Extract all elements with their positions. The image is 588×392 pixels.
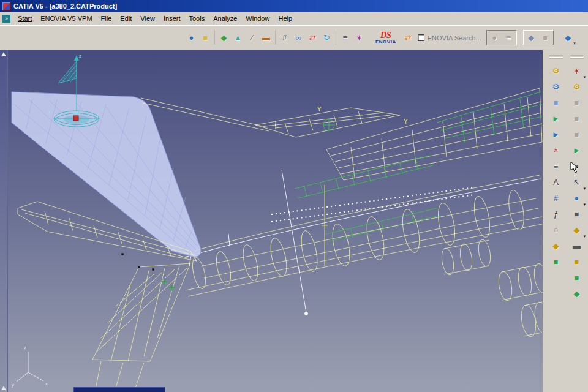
menu-item-analyze[interactable]: Analyze [209,13,241,24]
camera-view-icon[interactable]: ●▾ [568,190,585,206]
3d-scene[interactable]: Y Y [8,50,543,392]
search-scope-glyph: ○ [554,226,559,234]
send-green-icon[interactable]: ► [568,142,585,158]
matrix-grid-icon[interactable]: ≡ [338,31,352,45]
toolbar-gripper[interactable] [549,54,563,60]
save-disk-icon[interactable]: ◆ [568,285,585,301]
product-node-icon[interactable]: ■ [548,254,564,270]
menu-item-insert[interactable]: Insert [159,13,185,24]
enovia-search-field[interactable]: ENOVIA Search... [428,34,481,42]
engine-nacelles [440,239,543,338]
knowledge-gear-icon[interactable]: ⚙ [548,78,564,94]
select-pointer-icon[interactable]: ↖▾ [568,174,585,190]
measure-box-icon[interactable]: ■ [198,31,213,45]
enovia-search-go-icon[interactable]: ● [488,31,502,45]
scroll-up-bottom-icon[interactable] [1,386,6,390]
scroll-up-icon[interactable] [1,52,6,56]
folder-a-glyph: ■ [575,99,579,107]
near-wing-shaded [12,92,201,257]
enovia-search-go-glyph: ● [492,34,497,42]
section-slash-icon[interactable]: ∕ [245,31,259,45]
title-bar[interactable]: CATIA V5 - [a380_2.CATProduct] [0,0,588,12]
menu-item-enovia-v5-vpm[interactable]: ENOVIA V5 VPM [36,13,96,24]
folder-b-icon[interactable]: ■ [568,110,585,126]
annotation-pen-glyph: ▬ [262,34,270,42]
snapshot-icon[interactable]: ■ [568,206,585,222]
active-workbench-slot: ◆▾ [561,31,575,45]
mailbox-icon[interactable]: ■ [568,254,585,270]
compass-handle[interactable] [74,116,78,121]
axis-marker-y1: Y [317,106,322,113]
fuselage-highlights [184,121,541,315]
menu-item-edit[interactable]: Edit [116,13,136,24]
mailbox-glyph: ■ [575,258,579,266]
menu-item-help[interactable]: Help [274,13,296,24]
measure-inertia-icon[interactable]: ▲ [231,31,245,45]
menu-item-view[interactable]: View [136,13,159,24]
options-star-icon[interactable]: ∗ [352,31,366,45]
main-area: Y Y [0,50,588,392]
annotation-pen-icon[interactable]: ▬ [259,31,273,45]
compass-x-label: x [101,107,104,113]
design-table-icon[interactable]: # [277,31,292,45]
swap-exchange-glyph: ⇄ [309,34,316,42]
3d-viewport[interactable]: Y Y [8,50,543,392]
vpm-session-icon[interactable]: ∗▾ [568,62,585,78]
folder-a-icon[interactable]: ■ [568,94,585,110]
link-manager-glyph: ∞ [296,34,301,42]
data-workbench-glyph: ■ [543,34,548,42]
toolbar-group: ●■ [183,31,214,45]
enovia-search-options-icon[interactable]: ≡ [502,31,516,45]
spreadsheet-icon[interactable]: # [548,190,564,206]
edit-list-icon[interactable]: ≡ [548,158,564,174]
snapshot-glyph: ■ [575,210,579,218]
formula-icon[interactable]: ƒ [548,206,564,222]
camera-view-glyph: ● [575,194,579,202]
menu-item-tools[interactable]: Tools [184,13,209,24]
search-scope-icon[interactable]: ○ [548,222,564,238]
folder-c-icon[interactable]: ■ [568,126,585,142]
update-all-icon[interactable]: ⚙ [548,62,564,78]
binoculars-icon[interactable]: ● [568,158,585,174]
triad-z-label: z [24,345,26,350]
menu-item-window[interactable]: Window [241,13,274,24]
gear-tools-icon[interactable]: ⚙ [568,78,585,94]
measure-inertia-glyph: ▲ [234,34,242,42]
link-manager-icon[interactable]: ∞ [292,31,306,45]
new-window-glyph: ■ [554,99,559,107]
menu-item-start[interactable]: Start [13,13,36,24]
options-star-glyph: ∗ [356,34,363,42]
text-note-icon[interactable]: A [548,174,564,190]
compass-z-label: z [79,53,81,59]
formula-glyph: ƒ [554,210,558,218]
document-icon[interactable]: » [2,15,10,23]
tree-scroll-strip[interactable] [0,50,8,392]
export-cube-icon[interactable]: ■ [568,270,585,285]
section-slash-glyph: ∕ [251,34,252,42]
measure-between-icon[interactable]: ◆ [217,31,231,45]
light-mode-icon[interactable]: ◆▾ [568,222,585,238]
disconnect-glyph: × [554,146,559,154]
docked-panel-edge[interactable] [74,387,165,392]
printer-icon[interactable]: ▬ [568,238,585,254]
import-data-icon[interactable]: ► [548,126,564,142]
measure-box-glyph: ■ [203,34,208,42]
enovia-search-checkbox[interactable] [418,34,424,41]
update-refresh-icon[interactable]: ↻ [320,31,334,45]
toolbar-gripper[interactable] [570,54,584,60]
paint-mode-icon[interactable]: ◆ [548,238,564,254]
disconnect-icon[interactable]: × [548,142,564,158]
menu-item-file[interactable]: File [97,13,116,24]
active-workbench-icon[interactable]: ◆▾ [561,31,575,45]
new-window-icon[interactable]: ■ [548,94,564,110]
export-data-icon[interactable]: ► [548,110,564,126]
folder-c-glyph: ■ [575,130,579,138]
aircraft-model[interactable]: Y Y [12,88,543,392]
enovia-transfer-icon[interactable]: ⇄ [401,31,415,45]
material-render-icon[interactable]: ● [184,31,198,45]
data-workbench-icon[interactable]: ■ [538,31,552,45]
swap-exchange-icon[interactable]: ⇄ [306,31,320,45]
gear-tools-glyph: ⚙ [573,83,581,91]
import-data-glyph: ► [552,130,560,138]
vpm-workbench-icon[interactable]: ◆ [524,31,538,45]
